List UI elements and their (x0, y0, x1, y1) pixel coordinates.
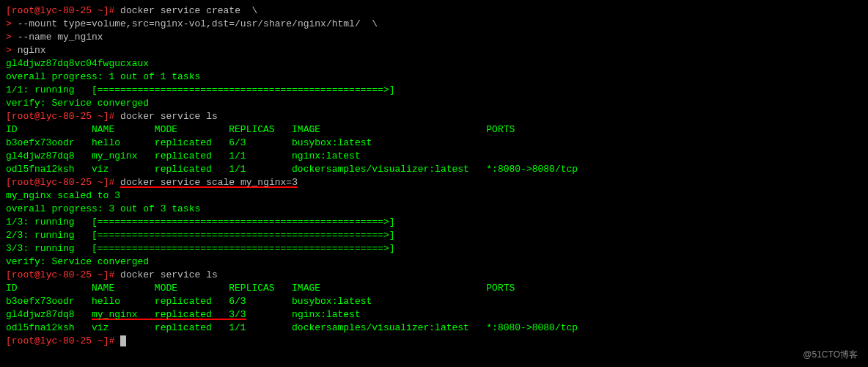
table-row: gl4djwz87dq8 my_nginx replicated 3/3 ngi… (6, 308, 862, 321)
cursor-icon (120, 335, 126, 346)
command-create-2: --mount type=volume,src=nginx-vol,dst=/u… (18, 18, 378, 29)
table-row: odl5fna12ksh viz replicated 1/1 dockersa… (6, 321, 862, 335)
table-row: odl5fna12ksh viz replicated 1/1 dockersa… (6, 163, 862, 176)
watermark: @51CTO博客 (803, 348, 858, 361)
prompt-line[interactable]: [root@lyc-80-25 ~]# docker service ls (6, 269, 862, 282)
output-scaled: my_nginx scaled to 3 (6, 189, 862, 203)
table-row: b3oefx73oodr hello replicated 6/3 busybo… (6, 295, 862, 308)
output-running: 1/3: running [==========================… (6, 216, 862, 229)
output-running: 3/3: running [==========================… (6, 242, 862, 255)
prompt-line[interactable]: [root@lyc-80-25 ~]# docker service scale… (6, 176, 862, 189)
continuation-marker: > (6, 18, 12, 29)
output-running: 1/1: running [==========================… (6, 84, 862, 97)
output-verify: verify: Service converged (6, 97, 862, 110)
prompt-user: root (12, 5, 34, 16)
output-progress: overall progress: 1 out of 1 tasks (6, 70, 862, 84)
command-create-1: docker service create \ (120, 5, 257, 16)
prompt-line[interactable]: [root@lyc-80-25 ~]# docker service ls (6, 110, 862, 123)
ls-header: ID NAME MODE REPLICAS IMAGE PORTS (6, 123, 862, 137)
continuation-line[interactable]: > --name my_nginx (6, 31, 862, 44)
output-task-id: gl4djwz87dq8vc04fwgucxaux (6, 57, 862, 70)
table-row: gl4djwz87dq8 my_nginx replicated 1/1 ngi… (6, 150, 862, 163)
continuation-line[interactable]: > nginx (6, 44, 862, 57)
command-create-4: nginx (18, 45, 46, 56)
prompt-sep (92, 5, 98, 16)
prompt-host: lyc-80-25 (40, 5, 92, 16)
prompt-line[interactable]: [root@lyc-80-25 ~]# (6, 335, 862, 348)
prompt-close: ]# (103, 5, 115, 16)
continuation-marker: > (6, 45, 12, 56)
continuation-line[interactable]: > --mount type=volume,src=nginx-vol,dst=… (6, 18, 862, 31)
prompt-path: ~ (98, 5, 103, 16)
command-ls2: docker service ls (120, 269, 218, 280)
command-create-3: --name my_nginx (18, 32, 103, 43)
output-running: 2/3: running [==========================… (6, 229, 862, 242)
continuation-marker: > (6, 32, 12, 43)
ls-header: ID NAME MODE REPLICAS IMAGE PORTS (6, 282, 862, 295)
prompt-line[interactable]: [root@lyc-80-25 ~]# docker service creat… (6, 4, 862, 18)
prompt-open: [ (6, 5, 12, 16)
prompt-at: @ (34, 5, 40, 16)
output-progress: overall progress: 3 out of 3 tasks (6, 203, 862, 216)
command-ls1: docker service ls (120, 111, 218, 122)
highlight-my-nginx: my_nginx replicated 3/3 (92, 309, 246, 320)
output-verify: verify: Service converged (6, 255, 862, 269)
command-scale: docker service scale my_nginx=3 (120, 177, 298, 188)
command-text (114, 5, 120, 16)
table-row: b3oefx73oodr hello replicated 6/3 busybo… (6, 137, 862, 150)
